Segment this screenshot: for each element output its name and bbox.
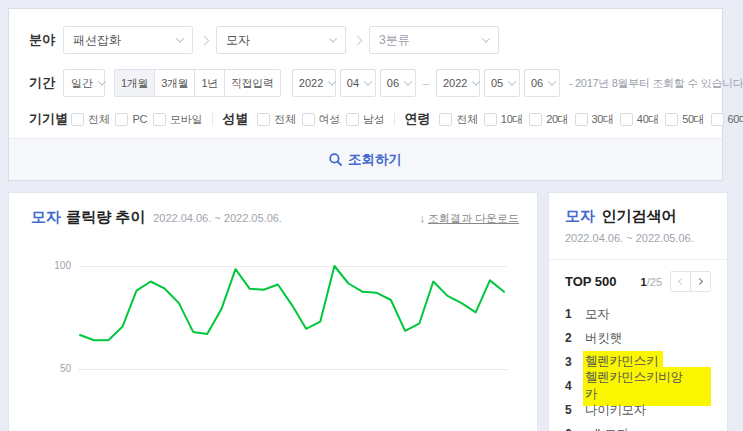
chevron-down-icon [548, 77, 556, 85]
checkbox[interactable] [115, 113, 128, 126]
checkbox-option-device-1[interactable]: PC [115, 113, 147, 126]
checkbox-option-gender-2[interactable]: 남성 [346, 112, 384, 127]
demographic-row: 기기별전체PC모바일성별전체여성남성연령전체10대20대30대40대50대60대… [29, 111, 714, 127]
search-button[interactable]: 조회하기 [323, 150, 408, 170]
checkbox[interactable] [529, 113, 542, 126]
checkbox-label: 전체 [88, 112, 109, 127]
checkbox[interactable] [711, 113, 724, 126]
checkbox-label: 30대 [592, 112, 614, 127]
page-indicator: 1/25 [641, 276, 662, 288]
trend-chart-card: 모자 클릭량 추이 2022.04.06. ~ 2022.05.06. ↓조회결… [8, 192, 538, 431]
chevron-down-icon [176, 34, 184, 42]
search-bar: 조회하기 [9, 138, 722, 180]
select-value: 05 [491, 77, 503, 89]
period-row: 기간 일간 1개월3개월1년직접입력 20220406–20220506 - 2… [29, 69, 714, 97]
checkbox[interactable] [71, 113, 84, 126]
keywords-date-range: 2022.04.06. ~ 2022.05.06. [565, 232, 711, 244]
divider [212, 113, 213, 126]
filter-label-age: 연령 [404, 110, 430, 128]
checkbox-label: 50대 [682, 112, 704, 127]
top500-row: TOP 500 1/25 [565, 271, 711, 292]
checkbox-option-age-4[interactable]: 40대 [620, 112, 659, 127]
period-label: 기간 [29, 74, 63, 92]
end-date-select-1[interactable]: 05 [484, 69, 520, 97]
start-date-select-2[interactable]: 06 [380, 69, 416, 97]
period-unit-select[interactable]: 일간 [63, 69, 105, 97]
checkbox[interactable] [153, 113, 166, 126]
prev-page-button[interactable] [670, 271, 691, 292]
checkbox[interactable] [439, 113, 452, 126]
end-date-select-2[interactable]: 06 [524, 69, 560, 97]
checkbox-option-device-0[interactable]: 전체 [71, 112, 109, 127]
checkbox-option-age-5[interactable]: 50대 [665, 112, 704, 127]
category-select-2[interactable]: 3분류 [369, 26, 499, 54]
select-value: 3분류 [379, 32, 410, 49]
checkbox[interactable] [575, 113, 588, 126]
checkbox-label: PC [132, 113, 147, 125]
period-note: - 2017년 8월부터 조회할 수 있습니다. [569, 76, 743, 91]
keyword-list-item[interactable]: 1모자 [565, 302, 711, 326]
keywords-keyword: 모자 [565, 207, 595, 224]
checkbox[interactable] [665, 113, 678, 126]
keyword-list-item[interactable]: 2버킷햇 [565, 326, 711, 350]
checkbox-option-age-2[interactable]: 20대 [529, 112, 568, 127]
keyword-text: 버킷햇 [585, 330, 622, 347]
keyword-list-item[interactable]: 6mlb모자 [565, 422, 711, 431]
select-value: 04 [347, 77, 359, 89]
category-selects: 패션잡화모자3분류 [63, 26, 499, 54]
range-button-1[interactable]: 3개월 [154, 69, 195, 97]
category-select-1[interactable]: 모자 [216, 26, 346, 54]
start-date-select-1[interactable]: 04 [340, 69, 376, 97]
keyword-text: mlb모자 [585, 426, 629, 431]
category-select-0[interactable]: 패션잡화 [63, 26, 193, 54]
checkbox-option-gender-0[interactable]: 전체 [257, 112, 295, 127]
checkbox-option-age-0[interactable]: 전체 [439, 112, 477, 127]
trend-line [80, 266, 504, 340]
chevron-down-icon [508, 77, 516, 85]
select-value: 06 [531, 77, 543, 89]
filter-label-gender: 성별 [222, 110, 248, 128]
keyword-rank: 4 [565, 379, 585, 393]
range-button-0[interactable]: 1개월 [114, 69, 155, 97]
checkbox[interactable] [620, 113, 633, 126]
end-date-select-0[interactable]: 2022 [436, 69, 480, 97]
checkbox-label: 전체 [274, 112, 295, 127]
chevron-down-icon [472, 77, 480, 85]
keyword-text: 헬렌카민스키비앙카 [583, 367, 711, 406]
date-selects: 20220406–20220506 [292, 69, 560, 97]
chevron-down-icon [364, 77, 372, 85]
checkbox[interactable] [257, 113, 270, 126]
checkbox-label: 여성 [319, 112, 340, 127]
chevron-right-icon [353, 35, 363, 45]
start-date-select-0[interactable]: 2022 [292, 69, 336, 97]
range-button-2[interactable]: 1년 [194, 69, 225, 97]
checkbox-option-device-2[interactable]: 모바일 [153, 112, 202, 127]
checkbox-label: 40대 [637, 112, 659, 127]
checkbox[interactable] [302, 113, 315, 126]
checkbox-label: 10대 [501, 112, 523, 127]
checkbox-option-gender-1[interactable]: 여성 [302, 112, 340, 127]
keyword-list-item[interactable]: 4헬렌카민스키비앙카 [565, 374, 711, 398]
top500-label: TOP 500 [565, 274, 617, 289]
keyword-list: 1모자2버킷햇3헬렌카민스키4헬렌카민스키비앙카5나이키모자6mlb모자 [565, 302, 711, 431]
checkbox[interactable] [484, 113, 497, 126]
checkbox-option-age-3[interactable]: 30대 [575, 112, 614, 127]
filter-label-device: 기기별 [29, 110, 71, 128]
range-button-3[interactable]: 직접입력 [224, 69, 281, 97]
chevron-right-icon [200, 35, 210, 45]
period-range-group: 1개월3개월1년직접입력 [114, 69, 281, 97]
next-page-button[interactable] [690, 271, 711, 292]
checkbox-label: 모바일 [170, 112, 202, 127]
divider [394, 113, 395, 126]
keyword-text: 나이키모자 [585, 402, 646, 419]
chevron-down-icon [329, 34, 337, 42]
keyword-rank: 2 [565, 331, 585, 345]
search-icon [329, 153, 342, 166]
select-value: 모자 [226, 32, 250, 49]
select-value: 2022 [443, 77, 467, 89]
keyword-rank: 5 [565, 403, 585, 417]
checkbox[interactable] [346, 113, 359, 126]
checkbox-option-age-6[interactable]: 60대 이상 [711, 112, 743, 127]
trend-line-chart [9, 193, 537, 431]
checkbox-option-age-1[interactable]: 10대 [484, 112, 523, 127]
